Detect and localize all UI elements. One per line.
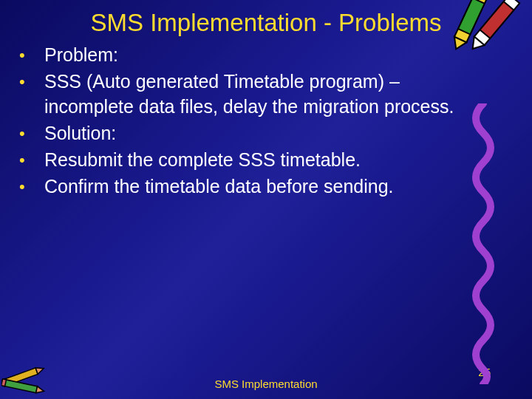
crayons-icon — [436, 0, 525, 68]
bullet-text: Confirm the timetable data before sendin… — [44, 174, 394, 200]
bullet-text: Solution: — [44, 121, 116, 146]
svg-marker-10 — [36, 386, 45, 395]
svg-rect-4 — [480, 1, 514, 38]
bullet-text: SSS (Auto generated Timetable program) –… — [44, 69, 458, 120]
svg-marker-7 — [35, 365, 44, 374]
svg-rect-9 — [4, 380, 38, 393]
footer-text: SMS Implementation — [0, 378, 532, 390]
bullet-marker: • — [19, 148, 44, 173]
bullet-text: Problem: — [44, 43, 118, 68]
pencils-icon — [1, 361, 53, 398]
bullet-marker: • — [19, 174, 44, 200]
bullet-item: • Problem: — [19, 43, 458, 68]
bullet-marker: • — [19, 121, 44, 146]
bullet-marker: • — [19, 43, 44, 68]
bullet-marker: • — [19, 69, 44, 95]
bullet-item: • Solution: — [19, 121, 458, 146]
bullet-text: Resubmit the complete SSS timetable. — [44, 148, 361, 173]
svg-rect-11 — [1, 379, 6, 386]
bullet-item: • Resubmit the complete SSS timetable. — [19, 148, 458, 173]
bullet-item: • Confirm the timetable data before send… — [19, 174, 458, 200]
squiggle-icon — [468, 103, 498, 384]
bullet-item: • SSS (Auto generated Timetable program)… — [19, 69, 458, 120]
